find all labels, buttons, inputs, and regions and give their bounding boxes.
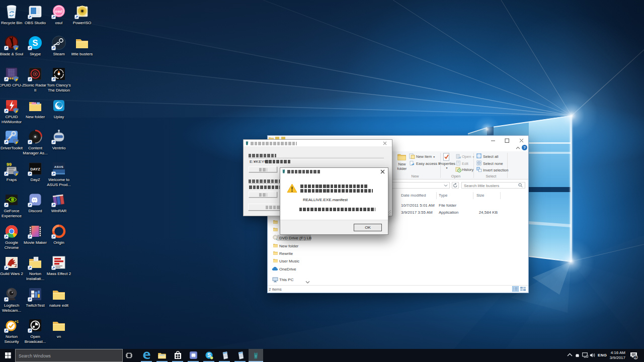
svg-text:osu!: osu! (55, 10, 63, 13)
svg-text:99: 99 (7, 162, 12, 167)
svg-text:S: S (207, 352, 211, 358)
svg-text:S: S (32, 38, 38, 48)
svg-text:+1: +1 (15, 320, 19, 323)
svg-text:DAYZ: DAYZ (30, 167, 40, 171)
svg-text:2: 2 (635, 355, 637, 359)
svg-text:ASUS: ASUS (54, 165, 64, 168)
svg-text:2: 2 (15, 263, 17, 268)
